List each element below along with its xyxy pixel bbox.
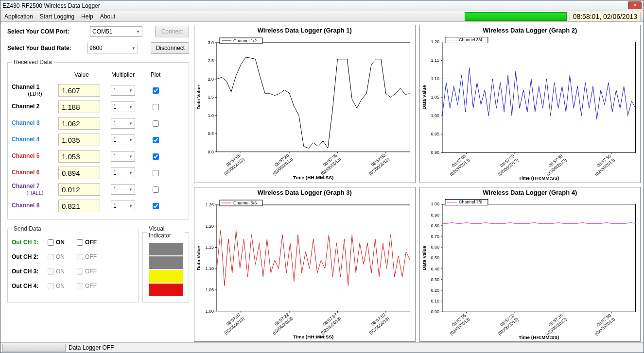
svg-text:1.25: 1.25: [205, 202, 214, 207]
svg-text:Time (HH:MM:SS): Time (HH:MM:SS): [519, 335, 559, 340]
svg-text:0.95: 0.95: [431, 132, 439, 136]
header-plot: Plot: [141, 71, 170, 78]
svg-text:1.20: 1.20: [431, 39, 439, 44]
chart-1: Wireless Data Logger (Graph 1)0.00.51.01…: [194, 25, 416, 183]
channel-1-plot-checkbox[interactable]: [153, 87, 159, 94]
channel-3-plot-checkbox[interactable]: [153, 120, 159, 127]
received-data-group: Received Data Value Multiplier Plot Chan…: [7, 59, 189, 219]
channel-3-label: Channel 3: [12, 120, 58, 126]
baud-rate-select[interactable]: 9600 ▼: [87, 43, 138, 53]
svg-text:1.00: 1.00: [431, 202, 439, 206]
channel-6-multiplier[interactable]: 1▼: [111, 168, 135, 178]
chart-3: Wireless Data Logger (Graph 3)1.001.051.…: [194, 187, 416, 342]
menu-about[interactable]: About: [100, 13, 115, 20]
svg-text:Data Value: Data Value: [421, 85, 426, 110]
svg-text:0.0: 0.0: [208, 150, 214, 154]
menu-application[interactable]: Application: [4, 13, 33, 20]
out-channel-4-label: Out CH 4:: [12, 283, 48, 289]
channel-7-plot-checkbox[interactable]: [153, 186, 159, 193]
timestamp: 08:58:01, 02/06/2013: [570, 12, 641, 21]
statusbar-text: Data Logger OFF: [69, 344, 114, 351]
out-channel-2-off: OFF: [77, 253, 106, 260]
channel-8-plot-checkbox[interactable]: [153, 203, 159, 209]
close-icon[interactable]: ✕: [628, 1, 642, 9]
channel-7-multiplier[interactable]: 1▼: [111, 184, 135, 195]
svg-text:0.90: 0.90: [431, 150, 439, 155]
menu-help[interactable]: Help: [81, 13, 93, 20]
channel-4-label: Channel 4: [12, 136, 58, 143]
svg-text:0.90: 0.90: [431, 212, 439, 217]
visual-indicator-3: [149, 270, 183, 283]
visual-indicator-1: [149, 243, 183, 255]
out-channel-1-off[interactable]: OFF: [77, 239, 106, 246]
channel-2-multiplier[interactable]: 1▼: [111, 101, 135, 112]
channel-8-label: Channel 8: [12, 202, 58, 209]
baud-rate-value: 9600: [89, 45, 103, 51]
channel-3-multiplier[interactable]: 1▼: [111, 118, 135, 129]
channel-row-4: Channel 41.0351▼: [12, 132, 185, 148]
svg-text:0.40: 0.40: [431, 266, 439, 271]
titlebar: EZ430-RF2500 Wireless Data Logger ✕: [0, 0, 644, 11]
svg-text:1.5: 1.5: [208, 95, 214, 100]
svg-text:1.15: 1.15: [431, 58, 439, 63]
connection-indicator: [465, 12, 567, 21]
channel-2-plot-checkbox[interactable]: [153, 104, 159, 110]
svg-text:0.70: 0.70: [431, 234, 439, 239]
svg-text:1.15: 1.15: [205, 245, 214, 250]
svg-rect-46: [442, 42, 635, 152]
channel-4-plot-checkbox[interactable]: [153, 137, 159, 143]
channel-5-plot-checkbox[interactable]: [153, 153, 159, 160]
svg-text:Time (HH:MM:SS): Time (HH:MM:SS): [519, 175, 559, 181]
channel-row-2: Channel 21.1881▼: [12, 99, 185, 115]
chart-4-title: Wireless Data Logger (Graph 4): [420, 187, 641, 198]
channel-6-value: 0.894: [58, 167, 100, 179]
statusbar: Data Logger OFF: [0, 342, 644, 353]
menu-start-logging[interactable]: Start Logging: [40, 13, 74, 20]
disconnect-button[interactable]: Disconnect: [151, 42, 189, 54]
send-data-legend: Send Data: [12, 225, 43, 232]
out-channel-1-label: Out CH 1:: [12, 239, 48, 246]
chart-1-title: Wireless Data Logger (Graph 1): [194, 25, 415, 35]
out-channel-row-3: Out CH 3:ONOFF: [12, 264, 134, 279]
channel-1-multiplier[interactable]: 1▼: [111, 85, 135, 96]
received-data-legend: Received Data: [12, 59, 54, 66]
svg-text:Channel 3/4: Channel 3/4: [458, 37, 482, 42]
svg-text:2.0: 2.0: [208, 77, 214, 82]
svg-text:Channel 7/8: Channel 7/8: [458, 200, 482, 204]
svg-text:0.50: 0.50: [431, 255, 439, 260]
svg-text:Data Value: Data Value: [196, 85, 201, 110]
channel-1-value: 1.607: [58, 84, 100, 97]
svg-text:0.80: 0.80: [431, 223, 439, 228]
window-title: EZ430-RF2500 Wireless Data Logger: [2, 2, 100, 9]
chevron-down-icon: ▼: [132, 46, 136, 50]
channel-5-label: Channel 5: [12, 153, 58, 159]
out-channel-row-1: Out CH 1:ONOFF: [12, 235, 134, 250]
channel-row-5: Channel 51.0531▼: [12, 148, 185, 165]
out-channel-4-on: ON: [48, 283, 77, 289]
channel-8-multiplier[interactable]: 1▼: [111, 201, 135, 211]
svg-text:1.20: 1.20: [205, 223, 214, 228]
svg-text:Time (HH:MM:SS): Time (HH:MM:SS): [293, 175, 333, 180]
channel-5-multiplier[interactable]: 1▼: [111, 151, 135, 162]
com-port-value: COM51: [92, 28, 112, 35]
connect-button[interactable]: Connect: [155, 26, 189, 37]
chart-2-title: Wireless Data Logger (Graph 2): [420, 25, 641, 35]
channel-8-value: 0.821: [58, 200, 100, 212]
left-panel: Select Your COM Port: COM51 ▼ Connect Se…: [0, 22, 194, 342]
channel-5-value: 1.053: [58, 150, 100, 163]
chevron-down-icon: ▼: [136, 30, 140, 34]
svg-text:Channel 5/6: Channel 5/6: [233, 201, 257, 205]
svg-text:0.20: 0.20: [431, 288, 439, 293]
channel-1-label: Channel 1(LDR): [12, 84, 58, 96]
channel-row-3: Channel 31.0621▼: [12, 115, 185, 132]
svg-text:Data Value: Data Value: [421, 245, 426, 270]
channel-4-multiplier[interactable]: 1▼: [111, 134, 135, 145]
channel-7-value: 0.012: [58, 183, 100, 196]
com-port-select[interactable]: COM51 ▼: [90, 26, 142, 37]
statusbar-box: [2, 344, 66, 352]
channel-6-plot-checkbox[interactable]: [153, 170, 159, 176]
out-channel-1-on[interactable]: ON: [48, 239, 77, 246]
svg-text:Channel 1/2: Channel 1/2: [233, 38, 257, 43]
visual-indicator-legend: Visual Indicator: [147, 225, 185, 239]
chart-2: Wireless Data Logger (Graph 2)0.900.951.…: [419, 25, 641, 183]
